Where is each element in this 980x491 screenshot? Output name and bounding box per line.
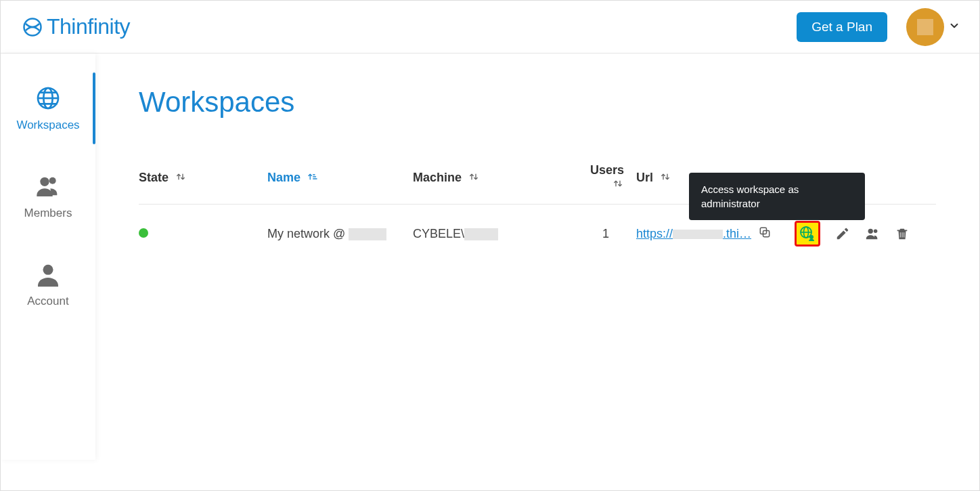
sidebar-item-workspaces[interactable]: Workspaces bbox=[1, 81, 95, 136]
sidebar-item-account[interactable]: Account bbox=[1, 257, 95, 312]
members-icon[interactable] bbox=[865, 226, 880, 241]
col-name[interactable]: Name bbox=[267, 156, 413, 205]
sort-icon bbox=[175, 171, 187, 186]
brand-logo[interactable]: Thinfinity bbox=[22, 14, 130, 39]
cell-machine: CYBELE\ bbox=[413, 205, 582, 254]
avatar bbox=[906, 8, 944, 46]
access-as-admin-button[interactable] bbox=[795, 221, 820, 247]
chevron-down-icon bbox=[948, 20, 960, 35]
delete-icon[interactable] bbox=[895, 226, 910, 241]
cell-users: 1 bbox=[582, 205, 636, 254]
svg-point-12 bbox=[809, 235, 814, 239]
sidebar: Workspaces Members Account bbox=[1, 54, 95, 460]
sort-asc-icon bbox=[307, 171, 319, 186]
get-plan-button[interactable]: Get a Plan bbox=[797, 12, 887, 42]
thinfinity-logo-icon bbox=[22, 17, 43, 37]
sidebar-item-label: Workspaces bbox=[16, 119, 79, 132]
globe-user-icon bbox=[799, 226, 816, 242]
status-dot-online bbox=[139, 228, 148, 238]
workspace-url-link[interactable]: https://.thi… bbox=[636, 227, 751, 241]
sort-icon bbox=[659, 171, 671, 186]
sidebar-item-members[interactable]: Members bbox=[1, 169, 95, 224]
page-title: Workspaces bbox=[139, 86, 936, 119]
cell-state bbox=[139, 205, 267, 254]
copy-icon[interactable] bbox=[758, 226, 772, 242]
cell-name: My network @ bbox=[267, 205, 413, 254]
account-icon bbox=[35, 261, 62, 288]
sort-icon bbox=[612, 177, 624, 193]
svg-point-14 bbox=[874, 230, 878, 234]
sort-icon bbox=[468, 171, 480, 186]
col-machine[interactable]: Machine bbox=[413, 156, 582, 205]
content-area: Workspaces State bbox=[95, 54, 979, 490]
edit-icon[interactable] bbox=[835, 226, 850, 241]
brand-text: Thinfinity bbox=[47, 14, 130, 39]
user-menu[interactable] bbox=[906, 8, 960, 46]
col-state[interactable]: State bbox=[139, 156, 267, 205]
top-bar: Thinfinity Get a Plan bbox=[1, 1, 979, 54]
sidebar-item-label: Account bbox=[27, 295, 68, 308]
svg-point-4 bbox=[40, 177, 49, 186]
col-users[interactable]: Users bbox=[582, 156, 636, 205]
members-icon bbox=[35, 173, 62, 200]
globe-icon bbox=[35, 85, 62, 112]
svg-point-6 bbox=[43, 265, 53, 275]
svg-point-5 bbox=[49, 177, 56, 184]
sidebar-item-label: Members bbox=[24, 207, 72, 220]
svg-point-13 bbox=[868, 229, 873, 234]
tooltip: Access workspace as administrator bbox=[689, 173, 865, 220]
